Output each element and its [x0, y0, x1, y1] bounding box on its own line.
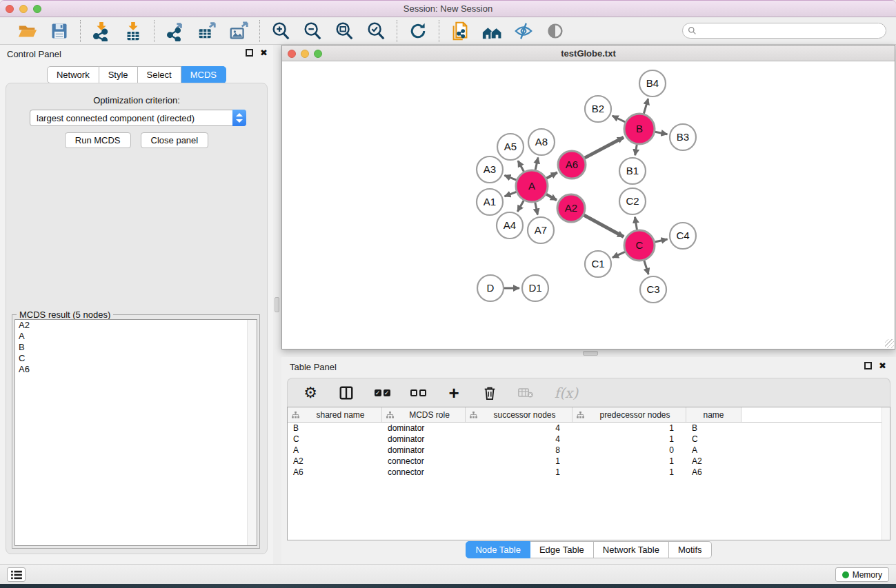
table-cell[interactable]: dominator	[382, 423, 466, 434]
result-item[interactable]: C	[15, 353, 257, 364]
edge-C-C1[interactable]	[613, 252, 625, 257]
deselect-all-icon[interactable]	[409, 384, 427, 402]
table-scrollbar[interactable]	[882, 407, 890, 540]
table-row[interactable]: A2connector11A2	[288, 456, 890, 467]
edge-B-B1[interactable]	[635, 145, 637, 156]
table-cell[interactable]: B	[288, 423, 382, 434]
edge-C-C3[interactable]	[644, 261, 648, 274]
import-network-icon[interactable]	[89, 19, 114, 43]
node-A7[interactable]: A7	[528, 217, 554, 243]
node-A1[interactable]: A1	[477, 189, 503, 215]
table-cell[interactable]: A2	[288, 456, 382, 467]
node-B3[interactable]: B3	[670, 124, 696, 150]
result-item[interactable]: A2	[15, 320, 257, 331]
import-table-icon[interactable]	[121, 19, 146, 43]
table-row[interactable]: Adominator80A	[288, 445, 890, 456]
column-header-predecessor-nodes[interactable]: predecessor nodes	[573, 407, 686, 422]
result-item[interactable]: B	[15, 342, 257, 353]
vertical-splitter[interactable]	[273, 45, 281, 564]
tab-mcds[interactable]: MCDS	[181, 66, 226, 83]
node-D[interactable]: D	[477, 275, 504, 301]
edge-C-C4[interactable]	[655, 239, 667, 242]
node-C2[interactable]: C2	[619, 188, 646, 214]
save-session-icon[interactable]	[47, 19, 72, 43]
node-A5[interactable]: A5	[497, 134, 524, 160]
column-header-shared-name[interactable]: shared name	[288, 407, 382, 422]
table-cell[interactable]: 1	[573, 467, 686, 478]
node-B1[interactable]: B1	[619, 158, 646, 184]
refresh-layout-icon[interactable]	[406, 19, 430, 43]
first-neighbors-icon[interactable]	[479, 19, 504, 43]
show-columns-icon[interactable]	[337, 384, 355, 402]
memory-button[interactable]: Memory	[835, 567, 889, 582]
criterion-dropdown[interactable]: largest connected component (directed)	[30, 110, 246, 126]
node-C3[interactable]: C3	[640, 276, 666, 303]
table-cell[interactable]: 1	[466, 467, 573, 478]
network-canvas[interactable]: B4B2BB3A5A8A6A3B1AA1C2A2A4A7CC4C1C3DD1	[282, 61, 895, 349]
table-cell[interactable]: A	[288, 445, 382, 456]
mcds-result-list[interactable]: A2ABCA6	[14, 319, 257, 546]
table-cell[interactable]: 4	[466, 423, 573, 434]
network-graph[interactable]: B4B2BB3A5A8A6A3B1AA1C2A2A4A7CC4C1C3DD1	[282, 61, 895, 349]
tab-motifs[interactable]: Motifs	[669, 541, 712, 558]
select-all-icon[interactable]: ✓✓	[373, 384, 391, 402]
close-panel-icon[interactable]: ✖	[260, 49, 268, 57]
window-resize-grip[interactable]	[885, 339, 894, 348]
add-column-icon[interactable]: +	[445, 384, 463, 402]
edge-A-A1[interactable]	[505, 192, 517, 196]
splitter-grip[interactable]	[583, 351, 598, 356]
table-cell[interactable]: 4	[466, 434, 573, 445]
hide-selected-icon[interactable]	[511, 19, 536, 43]
run-mcds-button[interactable]: Run MCDS	[65, 132, 131, 148]
table-cell[interactable]: A6	[686, 467, 741, 478]
column-header-MCDS-role[interactable]: MCDS role	[382, 407, 466, 422]
float-panel-icon[interactable]	[246, 49, 253, 57]
table-cell[interactable]: 1	[573, 423, 686, 434]
edge-A-A7[interactable]	[535, 203, 538, 215]
table-mode-icon[interactable]: ⚙	[301, 384, 319, 402]
node-C1[interactable]: C1	[585, 251, 611, 277]
edge-A-A4[interactable]	[517, 201, 524, 212]
open-session-icon[interactable]	[15, 19, 40, 43]
column-header-successor-nodes[interactable]: successor nodes	[466, 407, 573, 422]
table-cell[interactable]: connector	[382, 467, 466, 478]
result-item[interactable]: A6	[15, 364, 257, 375]
table-cell[interactable]: A2	[686, 456, 741, 467]
close-panel-icon[interactable]: ✖	[879, 362, 886, 369]
zoom-out-icon[interactable]	[300, 19, 325, 43]
table-cell[interactable]: dominator	[382, 434, 466, 445]
tab-network[interactable]: Network	[47, 66, 99, 83]
table-row[interactable]: A6connector11A6	[288, 467, 890, 478]
node-D1[interactable]: D1	[522, 275, 548, 301]
close-panel-button[interactable]: Close panel	[141, 132, 209, 148]
delete-column-icon[interactable]	[481, 384, 499, 402]
table-cell[interactable]: C	[288, 434, 382, 445]
edge-A-A8[interactable]	[535, 157, 538, 170]
column-header-name[interactable]: name	[686, 407, 741, 422]
export-image-icon[interactable]	[226, 19, 251, 43]
table-row[interactable]: Cdominator41C	[288, 434, 890, 445]
edge-C-C2[interactable]	[635, 217, 637, 230]
node-B2[interactable]: B2	[585, 96, 611, 122]
edge-A6-B[interactable]	[585, 137, 624, 158]
tab-select[interactable]: Select	[138, 66, 181, 83]
edge-A-A6[interactable]	[546, 172, 557, 178]
edge-B-B2[interactable]	[613, 116, 626, 122]
node-C4[interactable]: C4	[670, 223, 696, 249]
task-history-button[interactable]	[7, 567, 26, 582]
node-A8[interactable]: A8	[528, 129, 555, 155]
splitter-grip[interactable]	[275, 297, 279, 312]
zoom-fit-icon[interactable]	[332, 19, 357, 43]
float-panel-icon[interactable]	[864, 362, 872, 369]
tab-edge-table[interactable]: Edge Table	[530, 541, 594, 558]
export-table-icon[interactable]	[195, 19, 219, 43]
tab-network-table[interactable]: Network Table	[594, 541, 669, 558]
table-cell[interactable]: 8	[466, 445, 573, 456]
table-cell[interactable]: 1	[466, 456, 573, 467]
zoom-selected-icon[interactable]	[364, 19, 388, 43]
export-network-icon[interactable]	[163, 19, 188, 43]
new-network-from-selection-icon[interactable]	[448, 19, 472, 43]
node-A4[interactable]: A4	[497, 212, 523, 239]
table-cell[interactable]: A	[686, 445, 741, 456]
node-A6[interactable]: A6	[558, 151, 586, 179]
